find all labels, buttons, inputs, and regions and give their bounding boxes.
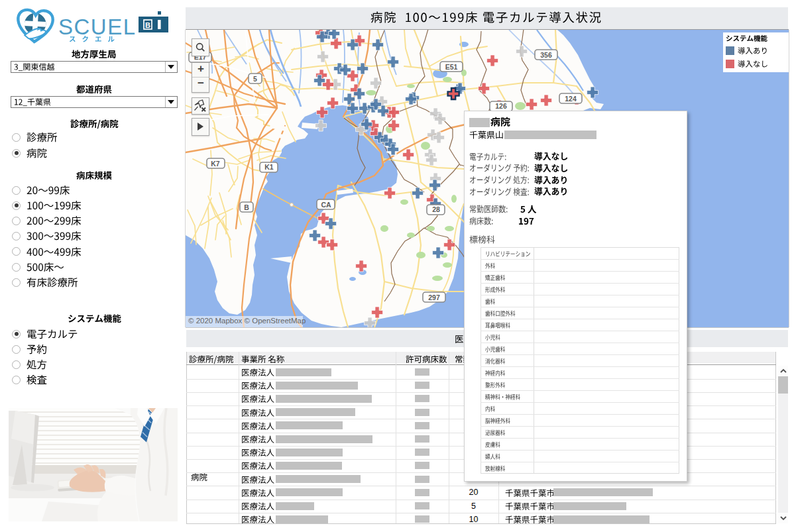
svg-text:CA: CA <box>321 201 331 209</box>
svg-text:356: 356 <box>540 51 552 59</box>
svg-text:126: 126 <box>495 102 507 110</box>
svg-text:K1: K1 <box>264 163 274 171</box>
svg-text:B: B <box>145 21 150 29</box>
svg-text:124: 124 <box>565 95 577 103</box>
svg-text:28: 28 <box>432 205 440 213</box>
svg-text:297: 297 <box>428 293 440 301</box>
svg-text:K7: K7 <box>211 160 220 168</box>
svg-text:E51: E51 <box>445 63 458 71</box>
svg-text:5: 5 <box>253 75 257 83</box>
svg-text:B: B <box>244 203 249 211</box>
